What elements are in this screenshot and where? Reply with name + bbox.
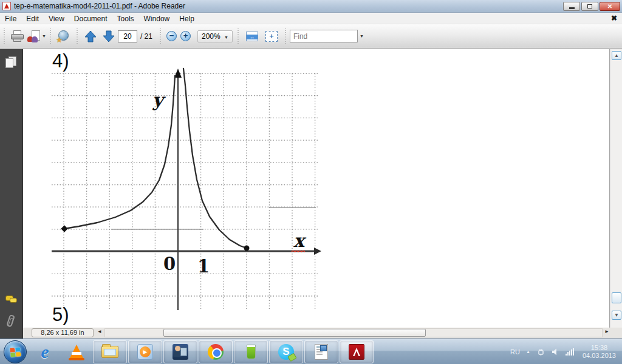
safely-remove-icon[interactable] xyxy=(536,348,545,356)
tray-date: 04.03.2013 xyxy=(583,352,616,359)
previous-page-button[interactable] xyxy=(81,27,100,46)
zoom-out-button[interactable]: − xyxy=(166,31,177,41)
toolbar-grip xyxy=(284,29,287,44)
toolbar: ▼ ★ / 21 − + 200% ▼ + ▼ xyxy=(0,24,622,49)
menu-edit[interactable]: Edit xyxy=(21,14,44,24)
taskbar-qip[interactable] xyxy=(234,340,268,363)
toolbar-grip xyxy=(75,29,79,44)
taskbar-media-player[interactable]: ▶ xyxy=(128,340,162,363)
hscroll-left-icon[interactable]: ◄ xyxy=(97,329,102,334)
show-hidden-icons[interactable]: ▲ xyxy=(526,349,530,354)
title-bar[interactable]: tep-e-matematika-mod4-2011-01.pdf - Adob… xyxy=(0,0,622,13)
scroll-up-icon: ▲ xyxy=(614,53,619,58)
scroll-up-button[interactable]: ▲ xyxy=(612,51,621,60)
scroll-down-icon: ▼ xyxy=(614,312,619,318)
taskbar-internet-explorer[interactable]: e xyxy=(30,340,60,363)
zoom-in-button[interactable]: + xyxy=(180,31,191,41)
taskbar-chrome[interactable] xyxy=(199,340,233,363)
pages-panel-icon[interactable] xyxy=(5,56,18,69)
adobe-reader-icon xyxy=(349,344,364,360)
x-axis-arrow-icon xyxy=(314,248,321,255)
taskbar-skype[interactable]: S xyxy=(269,340,303,363)
fit-page-icon: + xyxy=(269,32,273,41)
minimize-button[interactable] xyxy=(563,2,580,11)
remote-desktop-icon xyxy=(173,344,188,360)
page-total-label: / 21 xyxy=(140,32,152,41)
page-size-indicator: 8,26 x 11,69 in xyxy=(32,328,94,337)
find-caret-icon[interactable]: ▼ xyxy=(360,34,364,38)
collaborate-save-icon xyxy=(27,30,40,42)
toolbar-grip xyxy=(236,29,240,44)
menu-document[interactable]: Document xyxy=(69,14,112,24)
chrome-icon xyxy=(208,344,224,360)
taskbar-vlc[interactable] xyxy=(61,340,92,363)
function-graph: yx01 xyxy=(50,67,325,315)
taskbar-adobe-reader[interactable] xyxy=(340,340,374,363)
share-button[interactable]: ★ xyxy=(55,27,73,46)
taskbar-explorer[interactable] xyxy=(93,340,127,363)
collaborate-caret-icon: ▼ xyxy=(42,34,46,38)
page-number-input[interactable] xyxy=(118,30,137,42)
endpoint-diamond-marker xyxy=(61,225,67,232)
language-indicator[interactable]: RU xyxy=(510,348,520,356)
find-input[interactable] xyxy=(290,30,358,42)
system-tray: RU ▲ 15:38 04.03.2013 xyxy=(510,344,622,360)
menu-help[interactable]: Help xyxy=(174,14,199,24)
restore-icon xyxy=(587,4,592,8)
window-title: tep-e-matematika-mod4-2011-01.pdf - Adob… xyxy=(14,2,185,10)
scroll-down-button[interactable]: ▼ xyxy=(612,311,621,320)
exercise-label-5: 5) xyxy=(52,304,69,326)
start-button[interactable] xyxy=(4,340,27,363)
toolbar-grip xyxy=(49,29,52,44)
clock[interactable]: 15:38 04.03.2013 xyxy=(580,344,616,360)
restore-button[interactable] xyxy=(581,2,598,11)
adobe-pdf-icon xyxy=(2,2,11,10)
print-button[interactable] xyxy=(9,27,27,46)
vlc-icon xyxy=(69,345,84,359)
collaborate-save-button[interactable]: ▼ xyxy=(27,27,46,46)
horizontal-scroll-thumb[interactable] xyxy=(163,329,426,337)
menu-view[interactable]: View xyxy=(44,14,69,24)
writer-document-icon xyxy=(315,344,328,360)
next-page-icon xyxy=(102,30,115,43)
menu-bar: FileEditViewDocumentToolsWindowHelp✖ xyxy=(0,13,622,24)
fit-page-button[interactable]: + xyxy=(265,31,278,42)
print-icon xyxy=(10,30,25,42)
zoom-level-dropdown[interactable]: 200% ▼ xyxy=(197,30,233,42)
previous-page-icon xyxy=(84,30,97,43)
windows-flag-icon xyxy=(10,347,21,357)
toolbar-grip xyxy=(159,29,162,44)
toolbar-grip xyxy=(2,29,6,44)
mdi-close-icon[interactable]: ✖ xyxy=(611,14,617,22)
next-page-button[interactable] xyxy=(100,27,118,46)
menu-file[interactable]: File xyxy=(0,14,21,24)
vertical-scroll-thumb[interactable] xyxy=(612,292,621,303)
vertical-scrollbar[interactable]: ▲ ▼ xyxy=(610,49,622,328)
volume-icon[interactable] xyxy=(551,348,559,356)
navigation-pane xyxy=(0,49,23,339)
menu-window[interactable]: Window xyxy=(139,14,175,24)
hscroll-right-icon[interactable]: ► xyxy=(604,329,609,334)
fit-width-button[interactable] xyxy=(246,32,258,41)
minimize-icon xyxy=(569,7,575,9)
explorer-folder-icon xyxy=(101,346,118,358)
comments-panel-icon[interactable] xyxy=(5,294,18,306)
menu-tools[interactable]: Tools xyxy=(112,14,139,24)
zoom-in-icon: + xyxy=(183,31,188,40)
qip-icon xyxy=(247,345,256,359)
tray-time: 15:38 xyxy=(591,344,608,351)
skype-icon: S xyxy=(278,344,294,360)
network-signal-icon[interactable] xyxy=(566,348,574,356)
status-bar: 8,26 x 11,69 in ◄ ► xyxy=(23,328,622,339)
taskbar-writer[interactable] xyxy=(304,340,338,363)
attachments-panel-icon[interactable] xyxy=(5,315,18,327)
media-player-icon: ▶ xyxy=(137,344,153,360)
horizontal-scrollbar[interactable] xyxy=(104,328,603,337)
graph-label-zero: 0 xyxy=(163,254,176,274)
pdf-page: 4) yx01 5) xyxy=(23,49,610,328)
zoom-caret-icon: ▼ xyxy=(224,35,228,39)
taskbar-remote-app[interactable] xyxy=(163,340,197,363)
close-button[interactable]: ✕ xyxy=(600,2,620,11)
share-globe-icon: ★ xyxy=(57,30,70,42)
taskbar: e ▶ S RU ▲ xyxy=(0,339,622,364)
